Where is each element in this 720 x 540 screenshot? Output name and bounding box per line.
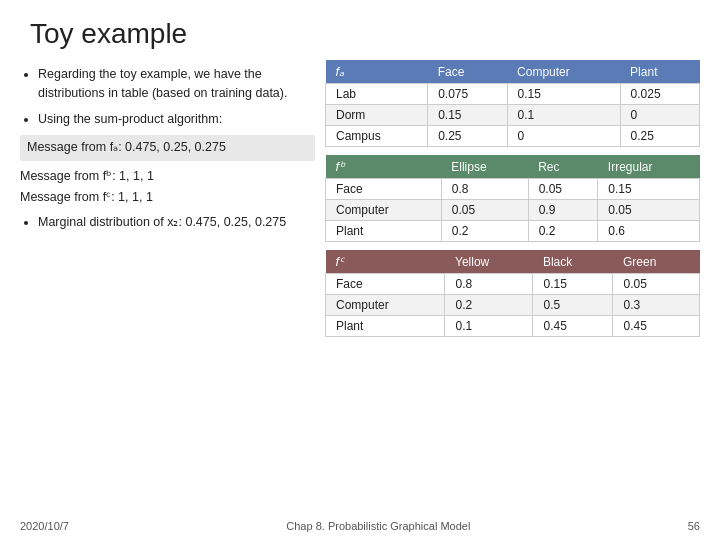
footer-date: 2020/10/7 <box>20 520 69 532</box>
right-panel: fₐ Face Computer Plant Lab0.0750.150.025… <box>325 60 700 337</box>
footer: 2020/10/7 Chap 8. Probabilistic Graphica… <box>0 520 720 532</box>
table-row: Computer0.050.90.05 <box>326 200 700 221</box>
table-cell: 0.5 <box>533 295 613 316</box>
table-cell: Campus <box>326 126 428 147</box>
table-fa-col2-header: Computer <box>507 60 620 84</box>
table-cell: 0.2 <box>528 221 598 242</box>
table-fc-col3-header: Green <box>613 250 700 274</box>
table-fc: fᶜ Yellow Black Green Face0.80.150.05Com… <box>325 250 700 337</box>
table-cell: Computer <box>326 200 442 221</box>
table-fb-col3-header: Irregular <box>598 155 700 179</box>
table-row: Computer0.20.50.3 <box>326 295 700 316</box>
table-cell: 0.15 <box>507 84 620 105</box>
table-cell: 0.3 <box>613 295 700 316</box>
footer-label: Chap 8. Probabilistic Graphical Model <box>286 520 470 532</box>
table-cell: 0.1 <box>507 105 620 126</box>
message-fc: Message from fᶜ: 1, 1, 1 <box>20 188 315 207</box>
table-cell: Lab <box>326 84 428 105</box>
table-cell: 0.25 <box>428 126 507 147</box>
table-cell: 0.05 <box>598 200 700 221</box>
table-fc-col2-header: Black <box>533 250 613 274</box>
table-cell: 0.05 <box>441 200 528 221</box>
table-fa-col3-header: Plant <box>620 60 699 84</box>
bullet-2: Using the sum-product algorithm: <box>38 110 315 129</box>
table-cell: 0.05 <box>613 274 700 295</box>
table-cell: 0.8 <box>441 179 528 200</box>
table-cell: 0.45 <box>533 316 613 337</box>
message-fa: Message from fₐ: 0.475, 0.25, 0.275 <box>20 135 315 160</box>
table-cell: Computer <box>326 295 445 316</box>
table-fc-header-label: fᶜ <box>326 250 445 274</box>
table-row: Plant0.10.450.45 <box>326 316 700 337</box>
left-panel: Regarding the toy example, we have the d… <box>20 60 315 337</box>
table-cell: 0.025 <box>620 84 699 105</box>
table-cell: 0.15 <box>428 105 507 126</box>
table-fb-col1-header: Ellipse <box>441 155 528 179</box>
table-cell: 0.1 <box>445 316 533 337</box>
table-fc-col1-header: Yellow <box>445 250 533 274</box>
table-cell: 0.25 <box>620 126 699 147</box>
message-fb: Message from fᵇ: 1, 1, 1 <box>20 167 315 186</box>
table-row: Lab0.0750.150.025 <box>326 84 700 105</box>
table-cell: 0.6 <box>598 221 700 242</box>
table-cell: Face <box>326 274 445 295</box>
table-cell: 0.15 <box>533 274 613 295</box>
table-cell: 0 <box>507 126 620 147</box>
table-cell: 0.15 <box>598 179 700 200</box>
table-fb-header-label: fᵇ <box>326 155 442 179</box>
table-cell: 0.2 <box>445 295 533 316</box>
table-cell: Plant <box>326 316 445 337</box>
table-cell: Plant <box>326 221 442 242</box>
table-fa-col1-header: Face <box>428 60 507 84</box>
marginal-bullet: Marginal distribution of x₂: 0.475, 0.25… <box>38 213 315 232</box>
table-cell: 0.45 <box>613 316 700 337</box>
table-cell: 0 <box>620 105 699 126</box>
footer-page: 56 <box>688 520 700 532</box>
table-fa: fₐ Face Computer Plant Lab0.0750.150.025… <box>325 60 700 147</box>
table-cell: 0.05 <box>528 179 598 200</box>
table-cell: Face <box>326 179 442 200</box>
page-title: Toy example <box>0 0 720 60</box>
table-cell: 0.2 <box>441 221 528 242</box>
table-fa-header-label: fₐ <box>326 60 428 84</box>
table-fb: fᵇ Ellipse Rec Irregular Face0.80.050.15… <box>325 155 700 242</box>
bullet-1: Regarding the toy example, we have the d… <box>38 65 315 104</box>
table-row: Plant0.20.20.6 <box>326 221 700 242</box>
table-cell: Dorm <box>326 105 428 126</box>
table-row: Face0.80.050.15 <box>326 179 700 200</box>
table-cell: 0.9 <box>528 200 598 221</box>
table-fb-col2-header: Rec <box>528 155 598 179</box>
table-cell: 0.8 <box>445 274 533 295</box>
table-cell: 0.075 <box>428 84 507 105</box>
table-row: Dorm0.150.10 <box>326 105 700 126</box>
table-row: Face0.80.150.05 <box>326 274 700 295</box>
table-row: Campus0.2500.25 <box>326 126 700 147</box>
main-content: Regarding the toy example, we have the d… <box>0 60 720 337</box>
